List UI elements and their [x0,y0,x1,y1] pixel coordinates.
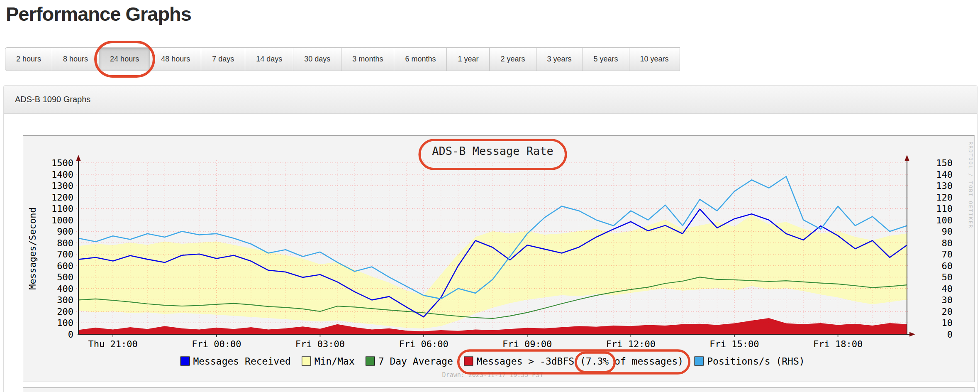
right-axis-tick-label: 40 [942,284,953,294]
time-range-button-48-hours[interactable]: 48 hours [150,47,201,71]
right-axis-tick-label: 50 [942,272,953,282]
legend-label: Messages > -3dBFS (7.3% of messages) [477,356,684,367]
graphs-panel: ADS-B 1090 Graphs 0100200300400500600700… [3,85,978,392]
next-graph-top-edge [23,387,975,392]
x-axis-tick-label: Fri 00:00 [192,339,241,349]
left-axis-tick-label: 1400 [51,169,73,180]
time-range-button-24-hours[interactable]: 24 hours [99,47,150,71]
legend-swatch-min-max [302,357,311,365]
right-axis-tick-label: 150 [936,158,953,168]
y-axis-arrow-right [905,155,909,161]
left-axis-tick-label: 1300 [51,181,73,191]
panel-title: ADS-B 1090 Graphs [15,95,90,104]
time-range-toolbar: 2 hours8 hours24 hours48 hours7 days14 d… [5,47,680,71]
left-axis-tick-label: 100 [57,318,73,328]
x-axis-tick-label: Thu 21:00 [88,339,138,349]
time-range-button-10-years[interactable]: 10 years [629,47,680,71]
page-title: Performance Graphs [6,2,980,26]
left-axis-tick-label: 1100 [51,203,73,214]
legend-swatch-positions-s-rhs- [695,357,703,365]
page: Performance Graphs 2 hours8 hours24 hour… [0,2,980,392]
right-axis-tick-label: 30 [942,295,953,305]
right-axis-tick-label: 100 [936,215,953,225]
x-axis-tick-label: Fri 12:00 [606,339,656,349]
right-axis-tick-label: 20 [942,306,953,317]
right-axis-tick-label: 80 [942,238,953,248]
x-axis-tick-label: Fri 06:00 [399,339,448,349]
right-axis-tick-label: 10 [942,318,953,328]
legend-swatch-messages-3dbfs-7-3-of-messages- [464,357,473,365]
left-axis-tick-label: 400 [57,284,73,294]
left-axis-tick-label: 600 [57,261,73,271]
x-axis-tick-label: Fri 18:00 [813,339,863,349]
time-range-button-3-years[interactable]: 3 years [536,47,583,71]
time-range-button-5-years[interactable]: 5 years [583,47,629,71]
time-range-button-6-months[interactable]: 6 months [394,47,447,71]
time-range-button-30-days[interactable]: 30 days [293,47,341,71]
left-axis-tick-label: 300 [57,295,73,305]
time-range-button-3-months[interactable]: 3 months [341,47,394,71]
series-min-max-band [78,215,907,328]
legend-swatch-7-day-average [366,357,375,365]
y-axis-arrow-left [76,155,81,161]
panel-body: 0100200300400500600700800900100011001200… [4,114,977,392]
left-axis-tick-label: 1000 [51,215,73,225]
time-range-button-8-hours[interactable]: 8 hours [52,47,99,71]
left-axis-tick-label: 500 [57,272,73,282]
rrdtool-watermark: RRDTOOL / TOBI OETIKER [968,142,974,229]
legend-label: 7 Day Average [378,356,453,367]
time-range-button-1-year[interactable]: 1 year [447,47,490,71]
x-axis-tick-label: Fri 09:00 [502,339,552,349]
left-axis-tick-label: 1200 [51,192,73,203]
left-axis-tick-label: 200 [57,306,73,317]
right-axis-tick-label: 0 [947,329,953,340]
panel-header: ADS-B 1090 Graphs [4,86,977,114]
x-axis-tick-label: Fri 03:00 [295,339,345,349]
left-axis-tick-label: 900 [57,226,73,237]
right-axis-tick-label: 90 [942,226,953,237]
y-axis-label: Messages/Second [27,207,38,290]
left-axis-tick-label: 700 [57,249,73,260]
right-axis-tick-label: 110 [936,203,953,214]
left-axis-tick-label: 1500 [51,158,73,168]
right-axis-tick-label: 140 [936,169,953,180]
left-axis-tick-label: 800 [57,238,73,248]
legend-label: Messages Received [193,356,290,367]
time-range-button-2-years[interactable]: 2 years [490,47,536,71]
x-axis-arrow [909,332,915,337]
left-axis-tick-label: 0 [68,329,73,340]
rrd-chart-svg: 0100200300400500600700800900100011001200… [23,136,974,382]
right-axis-tick-label: 70 [942,249,953,260]
legend-swatch-messages-received [180,357,189,365]
time-range-button-7-days[interactable]: 7 days [201,47,245,71]
right-axis-tick-label: 60 [942,261,953,271]
time-range-button-14-days[interactable]: 14 days [245,47,293,71]
x-axis-tick-label: Fri 15:00 [709,339,759,349]
legend-label: Min/Max [314,356,355,367]
right-axis-tick-label: 120 [936,192,953,203]
time-range-button-2-hours[interactable]: 2 hours [5,47,52,71]
adsb-message-rate-graph: 0100200300400500600700800900100011001200… [23,135,975,382]
legend-label: Positions/s (RHS) [707,356,804,367]
right-axis-tick-label: 130 [936,181,953,191]
chart-title: ADS-B Message Rate [432,145,553,157]
